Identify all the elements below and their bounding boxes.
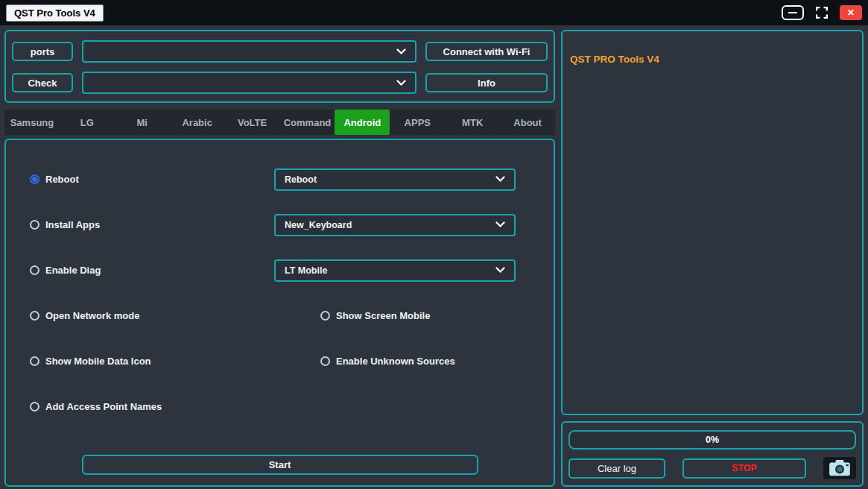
option-label: Install Apps [45,219,100,230]
left-column: ports Connect with Wi-Fi Check [4,30,555,487]
radio-option-show-mobile-data-icon[interactable]: Show Mobile Data Icon [30,356,320,367]
content-area: ports Connect with Wi-Fi Check [0,25,868,489]
radio-icon[interactable] [30,311,39,321]
start-button[interactable]: Start [82,455,478,475]
chevron-down-icon [495,267,505,274]
radio-option-add-access-point-names[interactable]: Add Access Point Names [30,401,320,412]
check-row: Check Info [12,72,548,94]
title-bar: QST Pro Tools V4 ✕ [0,0,868,25]
radio-option-enable-diag[interactable]: Enable Diag [30,265,274,276]
data-icon-row: Show Mobile Data Icon Enable Unknown Sou… [6,338,554,384]
chevron-down-icon [495,221,505,228]
stop-button[interactable]: STOP [682,458,806,479]
ports-row: ports Connect with Wi-Fi [12,40,548,63]
option-label: Enable Unknown Sources [336,356,455,367]
stop-button-label: STOP [732,463,757,473]
reboot-row: Reboot Reboot [6,157,554,202]
tab-lg[interactable]: LG [60,110,115,135]
install-apps-row: Install Apps New_Keyboard [6,202,554,247]
log-panel-title: QST PRO Tools V4 [570,54,855,65]
option-label: Open Network mode [45,310,139,321]
chevron-down-icon [396,48,406,55]
right-column: QST PRO Tools V4 0% Clear log STOP [561,30,864,487]
close-icon: ✕ [847,7,855,18]
radio-option-show-screen-mobile[interactable]: Show Screen Mobile [320,310,430,321]
tab-arabic[interactable]: Arabic [170,110,225,135]
clear-log-button[interactable]: Clear log [568,458,665,479]
reboot-select-value: Reboot [285,174,495,185]
radio-option-enable-unknown-sources[interactable]: Enable Unknown Sources [320,356,455,367]
android-panel: Reboot Reboot Install Apps [4,139,555,487]
option-label: Show Mobile Data Icon [45,356,151,367]
progress-panel: 0% Clear log STOP [561,421,864,487]
log-panel: QST PRO Tools V4 [561,30,864,415]
app-window: QST Pro Tools V4 ✕ ports [0,0,868,489]
footer-buttons-row: Clear log STOP [568,457,856,479]
maximize-icon [816,7,828,19]
enable-diag-select-value: LT Mobile [285,265,495,276]
progress-bar: 0% [568,430,856,449]
option-label: Show Screen Mobile [336,310,430,321]
tab-volte[interactable]: VoLTE [225,110,280,135]
radio-icon[interactable] [320,356,330,366]
radio-icon[interactable] [30,402,39,411]
connection-panel: ports Connect with Wi-Fi Check [4,30,555,103]
camera-icon [829,459,851,477]
screenshot-button[interactable] [823,457,856,479]
enable-diag-select[interactable]: LT Mobile [274,259,516,282]
tab-samsung[interactable]: Samsung [4,110,60,135]
install-apps-select-value: New_Keyboard [285,220,495,230]
network-row: Open Network mode Show Screen Mobile [6,293,554,338]
radio-icon[interactable] [30,220,39,230]
chevron-down-icon [396,80,406,86]
check-button[interactable]: Check [12,73,73,92]
window-controls: ✕ [782,5,862,20]
minimize-button[interactable] [782,5,804,20]
radio-option-open-network-mode[interactable]: Open Network mode [30,310,320,321]
close-button[interactable]: ✕ [840,5,862,20]
option-label: Enable Diag [45,265,101,276]
radio-icon[interactable] [30,265,39,275]
apn-row: Add Access Point Names [6,384,554,429]
option-label: Add Access Point Names [45,401,162,412]
minimize-icon [788,12,797,13]
tab-mi[interactable]: Mi [115,110,170,135]
tab-apps[interactable]: APPS [390,110,445,135]
option-label: Reboot [45,174,79,185]
maximize-button[interactable] [813,5,831,20]
enable-diag-row: Enable Diag LT Mobile [6,247,554,293]
radio-selected-icon[interactable] [30,174,39,184]
info-button[interactable]: Info [425,73,548,92]
install-apps-select[interactable]: New_Keyboard [274,214,516,236]
window-title: QST Pro Tools V4 [6,4,104,22]
tab-about[interactable]: About [500,110,555,135]
ports-button[interactable]: ports [12,42,73,61]
radio-option-install-apps[interactable]: Install Apps [30,219,274,230]
tab-bar: Samsung LG Mi Arabic VoLTE Command Andro… [4,110,555,135]
reboot-action-select[interactable]: Reboot [274,168,516,191]
port-select[interactable] [82,40,416,63]
tab-android[interactable]: Android [335,110,390,135]
start-row: Start [6,455,554,475]
tab-command[interactable]: Command [280,110,335,135]
radio-icon[interactable] [30,356,39,366]
radio-icon[interactable] [320,311,330,321]
chevron-down-icon [495,176,505,183]
radio-option-reboot[interactable]: Reboot [30,174,274,185]
tab-mtk[interactable]: MTK [445,110,500,135]
device-select[interactable] [82,72,416,94]
connect-wifi-button[interactable]: Connect with Wi-Fi [425,42,548,61]
